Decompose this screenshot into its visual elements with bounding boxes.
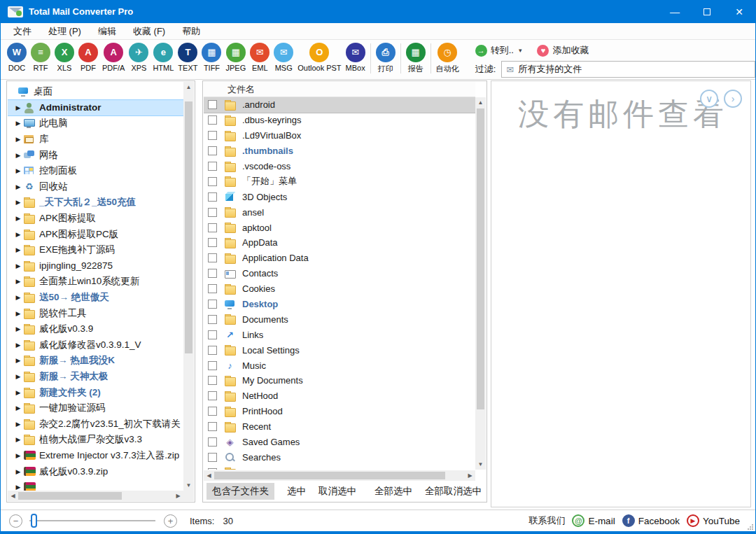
- goto-button[interactable]: → 转到.. ▾: [475, 44, 522, 57]
- expander-icon[interactable]: ▶: [13, 405, 23, 412]
- expander-icon[interactable]: ▶: [13, 325, 23, 332]
- file-row[interactable]: 「开始」菜单: [204, 174, 475, 189]
- convert-rtf-button[interactable]: ≡RTF: [29, 42, 52, 73]
- tree-item[interactable]: ▶控制面板: [8, 163, 183, 179]
- file-row[interactable]: Documents: [204, 311, 475, 327]
- row-checkbox[interactable]: [208, 437, 217, 447]
- maximize-button[interactable]: [691, 0, 723, 23]
- zoom-slider-thumb[interactable]: [31, 514, 37, 528]
- row-checkbox[interactable]: [208, 223, 217, 232]
- action-button[interactable]: 包含子文件夹: [206, 483, 274, 500]
- row-checkbox[interactable]: [208, 422, 217, 431]
- scroll-up-icon[interactable]: ▲: [183, 82, 194, 92]
- file-row[interactable]: ♪Music: [204, 358, 475, 373]
- action-button[interactable]: 选中: [281, 483, 312, 500]
- file-row[interactable]: Searches: [204, 449, 475, 465]
- action-button[interactable]: 全部取消选中: [419, 483, 487, 500]
- expander-icon[interactable]: ▶: [13, 246, 23, 253]
- tree-item[interactable]: ▶送50→ 绝世傲天: [8, 290, 183, 306]
- tree-item[interactable]: ▶APK图标提取: [8, 211, 183, 227]
- add-favorite-button[interactable]: ♥ 添加收藏: [537, 44, 589, 57]
- zoom-slider[interactable]: [29, 520, 155, 521]
- file-row[interactable]: Desktop: [204, 297, 475, 312]
- row-checkbox[interactable]: [208, 407, 217, 416]
- minimize-button[interactable]: —: [659, 0, 691, 23]
- action-button[interactable]: 取消选中: [313, 483, 362, 500]
- tree-hscroll-thumb[interactable]: [18, 492, 122, 500]
- expander-icon[interactable]: ▶: [13, 342, 23, 349]
- tree-item[interactable]: 桌面: [8, 84, 183, 100]
- expander-icon[interactable]: ▶: [13, 294, 23, 301]
- row-checkbox[interactable]: [208, 253, 217, 262]
- scroll-right-icon[interactable]: ▶: [465, 470, 475, 481]
- row-checkbox[interactable]: [208, 238, 217, 247]
- close-button[interactable]: ✕: [723, 0, 755, 23]
- convert-xls-button[interactable]: XXLS: [52, 42, 76, 73]
- row-checkbox[interactable]: [208, 131, 217, 140]
- file-row[interactable]: apktool: [204, 220, 475, 235]
- row-checkbox[interactable]: [208, 269, 217, 278]
- row-checkbox[interactable]: [208, 391, 217, 400]
- convert-outlookpst-button[interactable]: OOutlook PST: [295, 42, 343, 73]
- expander-icon[interactable]: ▶: [13, 231, 23, 238]
- file-row[interactable]: ansel: [204, 204, 475, 220]
- expander-icon[interactable]: ▶: [13, 421, 23, 428]
- contact-us-link[interactable]: 联系我们: [528, 514, 565, 527]
- expander-icon[interactable]: ▶: [13, 278, 23, 285]
- file-row[interactable]: My Documents: [204, 373, 475, 388]
- tool-打印-button[interactable]: ⎙打印: [374, 42, 398, 75]
- row-checkbox[interactable]: [208, 146, 217, 155]
- tree-item[interactable]: ▶新服→ 天神太极: [8, 369, 183, 385]
- file-row[interactable]: .dbus-keyrings: [204, 113, 475, 128]
- list-horizontal-scrollbar[interactable]: ◀ ▶: [204, 470, 475, 481]
- row-checkbox[interactable]: [208, 284, 217, 293]
- tool-自动化-button[interactable]: ◷自动化: [434, 42, 461, 75]
- expander-icon[interactable]: ▶: [13, 199, 23, 206]
- file-row[interactable]: Application Data: [204, 251, 475, 266]
- row-checkbox[interactable]: [208, 300, 217, 309]
- menu-item[interactable]: 处理 (P): [40, 23, 90, 40]
- convert-eml-button[interactable]: ✉EML: [248, 42, 272, 73]
- tree-item[interactable]: ▶新建文件夹 (2): [8, 384, 183, 400]
- tree-item[interactable]: ▶♻回收站: [8, 179, 183, 195]
- tree-item[interactable]: ▶全面禁止win10系统更新: [8, 274, 183, 290]
- file-row[interactable]: 3D Objects: [204, 189, 475, 204]
- file-row[interactable]: Recent: [204, 419, 475, 435]
- row-checkbox[interactable]: [208, 346, 217, 355]
- file-row[interactable]: ◈Saved Games: [204, 435, 475, 450]
- row-checkbox[interactable]: [208, 315, 217, 324]
- tool-报告-button[interactable]: ▦报告: [404, 42, 428, 75]
- expander-icon[interactable]: ▶: [13, 310, 23, 317]
- tree-item[interactable]: ▶一键加验证源码: [8, 400, 183, 416]
- expander-icon[interactable]: ▶: [13, 436, 23, 443]
- convert-mbox-button[interactable]: ✉MBox: [344, 42, 368, 73]
- tree-item[interactable]: ▶Extreme Injector v3.7.3注入器.zip: [8, 448, 183, 464]
- menu-item[interactable]: 收藏 (F): [125, 23, 174, 40]
- tree-item[interactable]: ▶脱软件工具: [8, 305, 183, 321]
- expander-icon[interactable]: ▶: [13, 357, 23, 364]
- e-mail-link[interactable]: @E-mail: [572, 514, 615, 527]
- file-row[interactable]: .Ld9VirtualBox: [204, 128, 475, 143]
- row-checkbox[interactable]: [208, 162, 217, 171]
- row-checkbox[interactable]: [208, 192, 217, 202]
- menu-item[interactable]: 文件: [5, 23, 40, 40]
- chevron-down-button[interactable]: ∨: [700, 90, 718, 108]
- scroll-down-icon[interactable]: ▼: [475, 459, 486, 470]
- convert-tiff-button[interactable]: ▦TIFF: [200, 42, 223, 73]
- filename-column-header[interactable]: 文件名: [204, 82, 475, 97]
- expander-icon[interactable]: ▶: [13, 104, 23, 111]
- tree-item[interactable]: ▶_天下大乱２_送50充值: [8, 195, 183, 211]
- scroll-right-icon[interactable]: ▶: [173, 491, 183, 501]
- row-checkbox[interactable]: [208, 330, 217, 339]
- tree-item[interactable]: ▶EXE拖拽补丁源码: [8, 242, 183, 258]
- tree-item[interactable]: ▶威化版v0.3.9: [8, 321, 183, 337]
- tree-item[interactable]: ▶此电脑: [8, 115, 183, 132]
- filter-select[interactable]: ✉ 所有支持的文件: [501, 61, 755, 78]
- facebook-link[interactable]: fFacebook: [622, 514, 680, 527]
- zoom-in-button[interactable]: +: [164, 514, 177, 528]
- convert-doc-button[interactable]: WDOC: [5, 42, 29, 73]
- convert-pdf-button[interactable]: APDF: [76, 42, 100, 73]
- tree-item[interactable]: ▶网络: [8, 147, 183, 163]
- tree-item[interactable]: ▶Administrator: [8, 100, 183, 116]
- file-row[interactable]: Cookies: [204, 281, 475, 297]
